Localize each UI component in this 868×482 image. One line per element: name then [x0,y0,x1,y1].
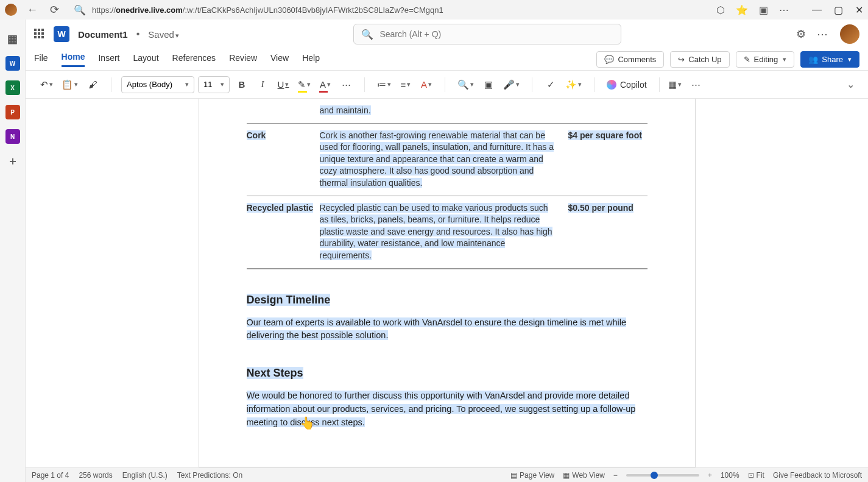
search-box[interactable]: 🔍 [353,24,621,44]
page-view-button[interactable]: ▤Page View [510,471,554,480]
maximize-button[interactable]: ▢ [834,4,843,16]
pencil-icon: ✎ [744,55,750,64]
undo-button[interactable]: ↶▾ [38,76,55,94]
account-avatar[interactable] [840,24,859,44]
save-status[interactable]: Saved▾ [148,29,179,40]
dictate-button[interactable]: 🎤▾ [501,76,522,94]
fit-button[interactable]: ⊡Fit [748,471,764,480]
collections-icon[interactable]: ▣ [759,4,768,16]
material-desc: Cork is another fast-growing renewable m… [320,130,554,188]
zoom-out-button[interactable]: − [613,471,618,480]
tab-layout[interactable]: Layout [133,53,158,66]
minimize-button[interactable]: — [812,4,822,16]
close-button[interactable]: ✕ [855,4,863,16]
material-price: $4 per square foot [568,130,642,140]
share-icon: 👥 [808,55,818,64]
document-page[interactable]: and maintain. Cork Cork is another fast-… [199,99,696,467]
profile-avatar-small[interactable] [5,4,17,16]
copilot-icon [607,80,616,90]
tab-help[interactable]: Help [302,53,320,66]
shopping-icon[interactable]: ⬡ [716,4,725,16]
heading-design-timeline: Design Timeline [247,294,647,307]
tab-insert[interactable]: Insert [98,53,119,66]
text-predictions-status[interactable]: Text Predictions: On [177,471,242,480]
refresh-button[interactable]: ⟳ [48,3,62,16]
word-app-icon[interactable]: W [5,56,20,71]
onenote-app-icon[interactable]: N [5,129,20,144]
table-row: Recycled plastic Recycled plastic can be… [247,196,647,269]
table-cell-text: and maintain. [320,105,371,115]
collapse-ribbon-button[interactable]: ⌄ [847,79,859,90]
powerpoint-app-icon[interactable]: P [5,105,20,119]
document-name[interactable]: Document1 [78,29,128,40]
comment-icon: 💬 [604,55,614,64]
find-button[interactable]: 🔍▾ [455,76,476,94]
material-name: Recycled plastic [247,203,314,213]
paste-button[interactable]: 📋▾ [59,76,80,94]
comments-button[interactable]: 💬Comments [596,51,664,68]
edge-tab-icon[interactable]: ▦ [5,32,20,46]
excel-app-icon[interactable]: X [5,80,20,95]
tab-file[interactable]: File [34,53,48,66]
bold-button[interactable]: B [233,76,250,94]
more-commands-button[interactable]: ⋯ [688,76,705,94]
search-icon: 🔍 [361,29,373,40]
align-button[interactable]: ≡▾ [397,76,414,94]
material-name: Cork [247,130,266,140]
page-indicator[interactable]: Page 1 of 4 [32,471,69,480]
tab-home[interactable]: Home [62,52,85,67]
styles-button[interactable]: A▾ [418,76,435,94]
address-bar[interactable]: 🔍 https://onedrive.live.com/:w:/t/EaCKkP… [69,1,709,18]
material-price: $0.50 per pound [568,203,633,213]
word-count[interactable]: 256 words [79,471,112,480]
more-icon[interactable]: ⋯ [779,4,789,16]
italic-button[interactable]: I [254,76,271,94]
feedback-link[interactable]: Give Feedback to Microsoft [773,471,862,480]
material-desc: Recycled plastic can be used to make var… [320,203,552,260]
search-input[interactable] [379,29,613,39]
tab-review[interactable]: Review [229,53,257,66]
highlight-button[interactable]: ✎▾ [295,76,313,94]
zoom-in-button[interactable]: + [708,471,712,480]
favorites-icon[interactable]: ⭐ [736,4,748,16]
more-options-icon[interactable]: ⋯ [817,27,829,41]
font-family-select[interactable]: Aptos (Body)▾ [121,76,194,93]
ribbon-tabs: File Home Insert Layout References Revie… [26,49,868,71]
page-view-icon: ▤ [510,471,517,480]
underline-button[interactable]: U▾ [275,76,292,94]
zoom-level[interactable]: 100% [721,471,739,480]
add-ins-button[interactable]: ▦▾ [666,76,684,94]
more-font-button[interactable]: ⋯ [337,76,355,94]
doc-name-separator: • [136,29,140,40]
web-view-button[interactable]: ▦Web View [563,471,605,480]
add-app-button[interactable]: ＋ [5,154,20,168]
font-color-button[interactable]: A▾ [317,76,334,94]
tab-references[interactable]: References [172,53,216,66]
screenshot-button[interactable]: ▣ [480,76,497,94]
web-view-icon: ▦ [563,471,570,480]
language-indicator[interactable]: English (U.S.) [122,471,168,480]
catchup-icon: ↪ [678,55,685,64]
browser-chrome: ← ⟳ 🔍 https://onedrive.live.com/:w:/t/Ea… [0,0,868,19]
table-row: Cork Cork is another fast-growing renewa… [247,124,647,196]
heading-next-steps: Next Steps [247,367,647,380]
copilot-button[interactable]: Copilot [601,77,653,92]
bullets-button[interactable]: ≔▾ [375,76,393,94]
zoom-slider[interactable] [626,474,699,477]
tab-view[interactable]: View [270,53,289,66]
settings-icon[interactable]: ⚙ [796,27,806,41]
editing-mode-button[interactable]: ✎Editing▾ [736,51,795,68]
app-launcher-icon[interactable] [34,29,45,40]
search-icon: 🔍 [74,4,86,16]
designer-button[interactable]: ✨▾ [563,76,584,94]
home-toolbar: ↶▾ 📋▾ 🖌 Aptos (Body)▾ 11▾ B I U▾ ✎▾ A▾ ⋯… [26,71,868,99]
status-bar: Page 1 of 4 256 words English (U.S.) Tex… [26,467,868,482]
catch-up-button[interactable]: ↪Catch Up [670,51,729,68]
back-button[interactable]: ← [24,4,40,16]
format-painter-button[interactable]: 🖌 [84,76,101,94]
font-size-select[interactable]: 11▾ [198,76,230,93]
paragraph: Our team of experts is available to work… [247,316,647,343]
share-button[interactable]: 👥Share▾ [800,51,859,68]
editor-button[interactable]: ✓ [542,76,559,94]
document-scroll[interactable]: and maintain. Cork Cork is another fast-… [26,99,868,467]
